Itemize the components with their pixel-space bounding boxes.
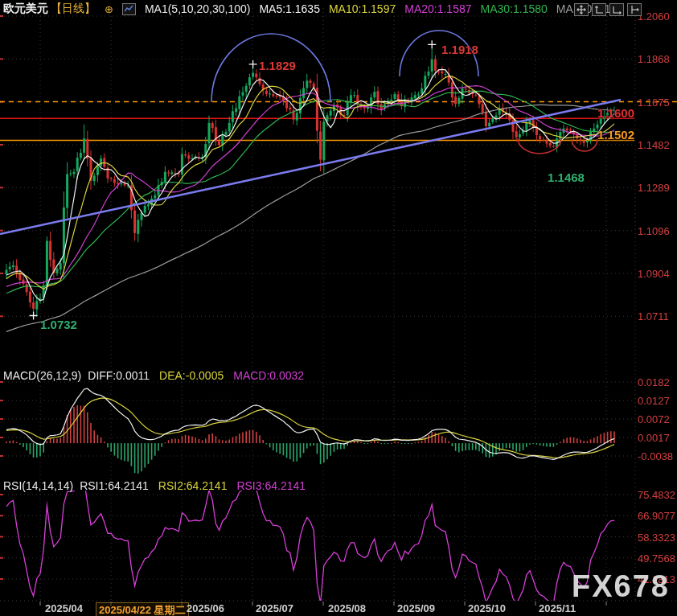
date-label: 2025/08 [328,602,366,614]
rsi1-value: RSI1:64.2141 [80,479,149,492]
rsi3-value: RSI3:64.2141 [236,479,306,492]
macd-tick-label: -0.0038 [638,450,673,462]
rsi-tick-label: 75.4832 [638,489,675,501]
pan-right-icon[interactable] [627,3,642,16]
scale-x-axis-icon[interactable] [609,3,624,16]
main-chart-header: 欧元美元 【日线】 ⊕ MA1(5,10,20,30,100) MA5:1.16… [3,2,617,16]
ma10-value: MA10:1.1597 [329,2,396,15]
rsi-tick-label: 49.7568 [638,552,675,565]
chart-annotation: 1.0732 [40,318,77,331]
macd-dea-value: DEA:-0.0005 [159,369,224,382]
date-label: 2025/06 [187,602,224,614]
date-label: 2025/09 [397,602,435,614]
move-icon[interactable] [574,3,589,16]
date-label: 2025/11 [539,602,576,614]
crosshair-date-label: 2025/04/22 星期二 [96,602,189,616]
macd-group-label: MACD(26,12,9) [3,369,81,382]
date-label: 2025/10 [468,602,506,614]
chart-annotation: 1.1468 [548,170,585,184]
chart-annotation: 1.1829 [259,59,296,72]
scale-y-axis-icon[interactable] [592,3,606,16]
rsi-group-label: RSI(14,14,14) [3,479,73,492]
price-tick-label: 1.1675 [638,97,670,109]
chart-toolbar [574,3,642,16]
ma-group-label: MA1(5,10,20,30,100) [145,2,251,15]
settings-icon[interactable]: ⊕ [105,3,113,15]
chart-app: 欧元美元 【日线】 ⊕ MA1(5,10,20,30,100) MA5:1.16… [0,0,677,616]
macd-tick-label: 0.0017 [638,432,670,444]
date-label: 2025/07 [256,602,293,614]
price-tick-label: 1.1868 [638,53,670,65]
macd-macd-value: MACD:0.0032 [233,369,304,382]
ma30-value: MA30:1.1580 [481,2,548,15]
period-label: 【日线】 [51,2,96,16]
macd-header: MACD(26,12,9) DIFF:0.0011 DEA:-0.0005 MA… [3,369,304,382]
macd-tick-label: 0.0182 [638,376,670,388]
rsi-header: RSI(14,14,14) RSI1:64.2141 RSI2:64.2141 … [3,479,306,492]
price-tick-label: 1.1096 [638,225,670,237]
price-tick-label: 1.0711 [638,310,669,322]
rsi2-value: RSI2:64.2141 [158,479,228,492]
date-label: 2025/04 [45,602,83,614]
rsi-tick-label: 66.9077 [638,510,675,522]
rsi-tick-label: 58.3323 [638,532,675,544]
ma20-value: MA20:1.1587 [404,2,471,15]
price-tick-label: 1.1289 [638,182,670,194]
price-tick-label: 1.1482 [638,139,670,151]
chart-annotation: 1.1918 [441,43,478,56]
ma5-value: MA5:1.1635 [259,2,320,15]
macd-diff-value: DIFF:0.0011 [88,369,150,382]
chart-annotation: 1.1502 [597,128,634,142]
macd-tick-label: 0.0072 [638,413,670,425]
price-tick-label: 1.0904 [638,268,670,280]
symbol-title: 欧元美元 [3,2,48,16]
chart-annotation: 1.1600 [597,106,634,120]
chart-canvas[interactable] [0,0,677,616]
indicator-icon[interactable] [122,3,136,15]
price-tick-label: 1.2060 [638,10,670,23]
macd-tick-label: 0.0127 [638,395,670,407]
watermark: FX678 [572,569,670,604]
